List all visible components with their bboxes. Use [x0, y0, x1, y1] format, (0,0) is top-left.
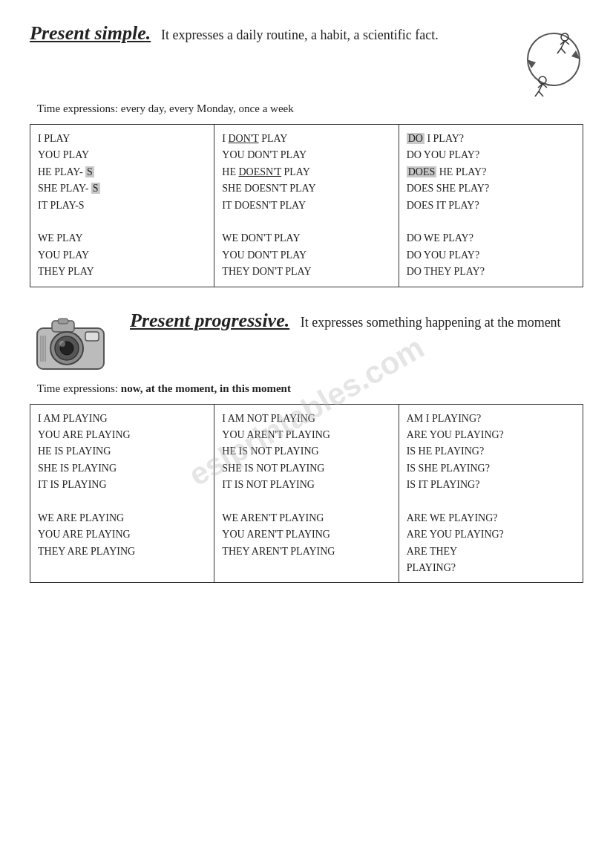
- section2-table: I AM PLAYING YOU ARE PLAYING HE IS PLAYI…: [30, 404, 583, 584]
- svg-line-8: [565, 41, 569, 45]
- corner-illustration: [502, 22, 583, 97]
- section1-title: Present simple.: [30, 22, 151, 44]
- section1-subtitle: It expresses a daily routine, a habit, a…: [161, 27, 439, 42]
- table-row: I PLAY YOU PLAY HE PLAY- S SHE PLAY- S I…: [30, 125, 583, 287]
- svg-point-0: [528, 33, 580, 85]
- interrogative-cell-2: AM I PLAYING? ARE YOU PLAYING? IS HE PLA…: [399, 404, 583, 583]
- svg-point-20: [59, 341, 65, 347]
- section1-time-expressions: Time expressions: every day, every Monda…: [30, 102, 583, 115]
- section1: Present simple. It expresses a daily rou…: [30, 22, 583, 287]
- section1-table: I PLAY YOU PLAY HE PLAY- S SHE PLAY- S I…: [30, 124, 583, 287]
- table-row: I AM PLAYING YOU ARE PLAYING HE IS PLAYI…: [30, 404, 583, 583]
- affirmative-cell: I PLAY YOU PLAY HE PLAY- S SHE PLAY- S I…: [30, 125, 214, 287]
- section1-header-text: Present simple. It expresses a daily rou…: [30, 22, 494, 45]
- negative-cell: I DON'T PLAY YOU DON'T PLAY HE DOESN'T P…: [214, 125, 399, 287]
- svg-line-6: [561, 48, 566, 53]
- svg-line-12: [539, 91, 543, 97]
- section2-title: Present progressive.: [130, 310, 289, 331]
- section2: Present progressive. It expresses someth…: [30, 310, 583, 584]
- section2-time-expressions: Time expressions: now, at the moment, in…: [30, 382, 583, 395]
- section2-text-block: Present progressive. It expresses someth…: [130, 310, 583, 332]
- section2-header: Present progressive. It expresses someth…: [30, 310, 583, 376]
- section2-subtitle: It expresses something happening at the …: [301, 315, 561, 330]
- affirmative-cell-2: I AM PLAYING YOU ARE PLAYING HE IS PLAYI…: [30, 404, 214, 583]
- camera-illustration: [30, 310, 119, 376]
- svg-rect-22: [58, 319, 68, 324]
- svg-rect-21: [85, 332, 99, 341]
- interrogative-cell: DO I PLAY? DO YOU PLAY? DOES HE PLAY? DO…: [399, 125, 583, 287]
- svg-line-5: [557, 48, 561, 53]
- svg-line-11: [535, 91, 539, 97]
- negative-cell-2: I AM NOT PLAYING YOU AREN'T PLAYING HE I…: [214, 404, 399, 583]
